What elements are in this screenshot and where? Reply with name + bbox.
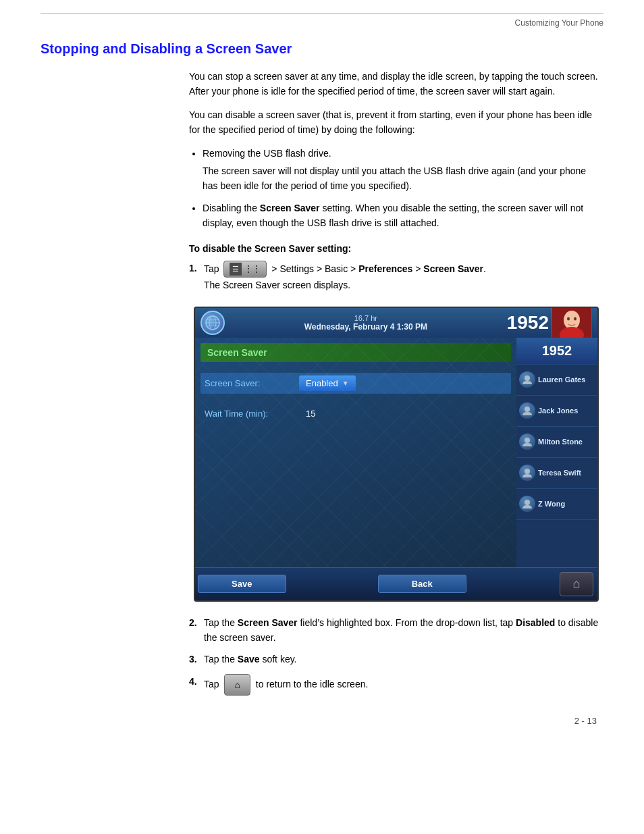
instruction-heading: To disable the Screen Saver setting: bbox=[189, 243, 603, 254]
save-soft-key[interactable]: Save bbox=[198, 575, 286, 593]
step-4: 4. Tap ⌂ to return to the idle screen. bbox=[189, 674, 603, 696]
phone-header: 16.7 hr Wednesday, February 4 1:30 PM 19… bbox=[195, 308, 597, 338]
contact-name-teresa: Teresa Swift bbox=[538, 469, 581, 477]
step4-suffix: to return to the idle screen. bbox=[256, 679, 369, 689]
contact-name-milton: Milton Stone bbox=[538, 438, 583, 446]
step-2: 2. Tap the Screen Saver field’s highligh… bbox=[189, 615, 603, 646]
screen-saver-header: Screen Saver bbox=[200, 343, 511, 362]
menu-icon: ☰ bbox=[230, 263, 242, 276]
step1-suffix1: > Settings > Basic > bbox=[271, 263, 358, 273]
contact-teresa-swift[interactable]: Teresa Swift bbox=[516, 458, 597, 489]
step-1: 1. Tap ☰ ⋮⋮ > Settings > Basic > Prefere… bbox=[189, 261, 603, 293]
step2-bold1: Screen Saver bbox=[238, 617, 298, 628]
menu-btn-label: ⋮⋮ bbox=[244, 263, 261, 276]
home-key-button[interactable]: ⌂ bbox=[560, 572, 593, 596]
phone-contacts-sidebar: 1952 Lauren Gates bbox=[516, 338, 597, 567]
contact-ext-badge[interactable]: 1952 bbox=[516, 338, 597, 365]
step3-suffix: soft key. bbox=[260, 654, 297, 664]
bullet-item-2: Disabling the Screen Saver setting. When… bbox=[203, 201, 603, 231]
step1-num: 1. bbox=[189, 261, 204, 276]
svg-point-4 bbox=[564, 311, 580, 330]
content-area: You can stop a screen saver at any time,… bbox=[189, 69, 603, 696]
svg-point-7 bbox=[574, 317, 576, 320]
phone-datetime: Wednesday, February 4 1:30 PM bbox=[225, 322, 507, 332]
contact-icon bbox=[519, 496, 535, 512]
step2-content: Tap the Screen Saver field’s highlighted… bbox=[204, 615, 603, 646]
screen-saver-value[interactable]: Enabled ▼ bbox=[299, 375, 356, 391]
back-soft-key[interactable]: Back bbox=[378, 575, 466, 593]
contact-z-wong[interactable]: Z Wong bbox=[516, 489, 597, 520]
phone-left-panel: Screen Saver Screen Saver: Enabled ▼ Wai… bbox=[195, 338, 516, 567]
steps-2-4: 2. Tap the Screen Saver field’s highligh… bbox=[189, 615, 603, 696]
step2-num: 2. bbox=[189, 615, 204, 630]
step4-num: 4. bbox=[189, 674, 204, 689]
page-container: Customizing Your Phone Stopping and Disa… bbox=[0, 0, 644, 753]
phone-main: Screen Saver Screen Saver: Enabled ▼ Wai… bbox=[195, 338, 597, 567]
step1-bold1: Preferences bbox=[358, 263, 412, 273]
step2-prefix: Tap the bbox=[204, 617, 238, 628]
para1: You can stop a screen saver at any time,… bbox=[189, 69, 603, 99]
step1-content: Tap ☰ ⋮⋮ > Settings > Basic > Preference… bbox=[204, 261, 603, 293]
phone-screen: 16.7 hr Wednesday, February 4 1:30 PM 19… bbox=[194, 307, 599, 602]
step4-content: Tap ⌂ to return to the idle screen. bbox=[204, 674, 603, 696]
wait-time-setting-row: Wait Time (min): 15 bbox=[200, 403, 511, 424]
contact-icon bbox=[519, 402, 535, 419]
contact-jack-jones[interactable]: Jack Jones bbox=[516, 396, 597, 427]
bullet1-subtext: The screen saver will not display until … bbox=[203, 163, 603, 194]
svg-point-8 bbox=[525, 375, 530, 381]
bullet-item-1: Removing the USB flash drive. The screen… bbox=[203, 146, 603, 194]
phone-time-small: 16.7 hr bbox=[225, 314, 507, 322]
step3-content: Tap the Save soft key. bbox=[204, 652, 603, 667]
dropdown-arrow-icon: ▼ bbox=[342, 380, 349, 387]
step3-bold: Save bbox=[238, 654, 260, 664]
phone-logo bbox=[200, 311, 225, 335]
wait-time-label: Wait Time (min): bbox=[205, 409, 299, 419]
bullet1-text: Removing the USB flash drive. bbox=[203, 148, 331, 159]
contact-icon bbox=[519, 434, 535, 450]
bullet2-prefix: Disabling the bbox=[203, 203, 260, 213]
screen-saver-value-text: Enabled bbox=[306, 378, 338, 388]
screen-saver-label: Screen Saver: bbox=[205, 378, 299, 388]
screen-saver-setting-row[interactable]: Screen Saver: Enabled ▼ bbox=[200, 373, 511, 394]
contact-name-jack: Jack Jones bbox=[538, 407, 578, 415]
bullet2-bold: Screen Saver bbox=[260, 203, 320, 213]
svg-point-6 bbox=[567, 317, 570, 320]
para2: You can disable a screen saver (that is,… bbox=[189, 107, 603, 138]
step3-prefix: Tap the bbox=[204, 654, 238, 664]
page-footer: 2 - 13 bbox=[41, 716, 603, 726]
contact-icon bbox=[519, 465, 535, 481]
step3-num: 3. bbox=[189, 652, 204, 667]
phone-ext: 1952 bbox=[507, 312, 549, 334]
contact-name-wong: Z Wong bbox=[538, 500, 565, 508]
step1-bold2: Screen Saver bbox=[423, 263, 483, 273]
wait-time-value: 15 bbox=[299, 406, 322, 421]
bullet-list: Removing the USB flash drive. The screen… bbox=[203, 146, 603, 231]
section-title: Stopping and Disabling a Screen Saver bbox=[41, 41, 603, 57]
step2-suffix: field’s highlighted box. From the drop-d… bbox=[298, 617, 516, 628]
svg-point-11 bbox=[525, 469, 530, 474]
step2-bold2: Disabled bbox=[516, 617, 555, 628]
svg-point-12 bbox=[525, 500, 530, 505]
contact-lauren-gates[interactable]: Lauren Gates bbox=[516, 365, 597, 396]
contact-name-lauren: Lauren Gates bbox=[538, 375, 585, 384]
page-header: Customizing Your Phone bbox=[41, 18, 603, 28]
svg-point-10 bbox=[525, 438, 530, 443]
contact-icon bbox=[519, 371, 535, 388]
step1-suffix3: . bbox=[483, 263, 486, 273]
phone-time-area: 16.7 hr Wednesday, February 4 1:30 PM bbox=[225, 314, 507, 332]
step1-suffix2: > bbox=[412, 263, 423, 273]
step-3: 3. Tap the Save soft key. bbox=[189, 652, 603, 667]
phone-footer: Save Back ⌂ bbox=[195, 567, 597, 600]
step4-prefix: Tap bbox=[204, 679, 219, 689]
settings-button[interactable]: ☰ ⋮⋮ bbox=[223, 261, 267, 278]
phone-avatar bbox=[552, 308, 592, 338]
step-list: 1. Tap ☰ ⋮⋮ > Settings > Basic > Prefere… bbox=[189, 261, 603, 293]
svg-point-9 bbox=[525, 407, 530, 412]
step1-prefix: Tap bbox=[204, 263, 219, 273]
top-rule bbox=[41, 14, 603, 14]
contact-milton-stone[interactable]: Milton Stone bbox=[516, 427, 597, 458]
home-button-inline[interactable]: ⌂ bbox=[224, 674, 250, 696]
step1-sub: The Screen Saver screen displays. bbox=[204, 280, 350, 290]
